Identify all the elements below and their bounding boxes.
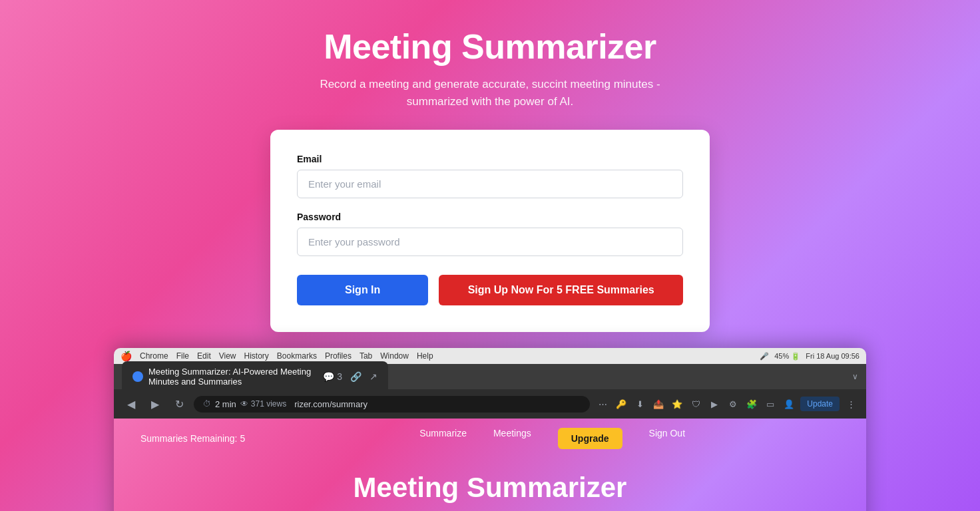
address-bar-row: ◀ ▶ ↻ ⏱ 2 min 👁 371 views rizer.com/summ… bbox=[114, 389, 866, 419]
mic-status: 🎤 bbox=[760, 352, 769, 361]
address-url: rizer.com/summary bbox=[294, 399, 368, 409]
apple-icon: 🍎 bbox=[121, 351, 132, 361]
update-button[interactable]: Update bbox=[800, 397, 840, 411]
copy-link-button[interactable]: 🔗 bbox=[350, 371, 362, 382]
datetime: Fri 18 Aug 09:56 bbox=[806, 352, 859, 360]
download-icon: ⬇ bbox=[632, 397, 647, 411]
comments-button[interactable]: 💬 3 bbox=[323, 371, 342, 382]
menu-edit[interactable]: Edit bbox=[197, 351, 211, 361]
email-group: Email bbox=[297, 154, 683, 198]
inner-content: Meeting Summarizer Record a meeting and … bbox=[114, 458, 866, 511]
toolbar-actions: ⋯ 🔑 ⬇ 📤 ⭐ 🛡 ▶ ⚙ 🧩 ▭ 👤 Update ⋮ bbox=[595, 397, 858, 411]
youtube-icon: ▶ bbox=[707, 397, 722, 411]
clock-icon: ⏱ bbox=[203, 399, 211, 409]
refresh-button[interactable]: ↻ bbox=[170, 395, 188, 413]
adblock-icon: 🛡 bbox=[688, 397, 703, 411]
signup-button[interactable]: Sign Up Now For 5 FREE Summaries bbox=[439, 275, 683, 305]
page-subtitle: Record a meeting and generate accurate, … bbox=[284, 76, 696, 110]
menu-window[interactable]: Window bbox=[380, 351, 409, 361]
menu-help[interactable]: Help bbox=[417, 351, 433, 361]
tab-title: Meeting Summarizer: AI-Powered Meeting M… bbox=[148, 367, 318, 387]
view-count: 👁 371 views bbox=[240, 399, 286, 409]
summaries-remaining: Summaries Remaining: 5 bbox=[140, 433, 245, 444]
battery-status: 45% 🔋 bbox=[774, 352, 800, 361]
page-title: Meeting Summarizer bbox=[13, 27, 967, 67]
tab-actions: 💬 3 🔗 ↗ bbox=[323, 371, 377, 382]
avatar-icon: 👤 bbox=[782, 397, 796, 411]
address-bar[interactable]: ⏱ 2 min 👁 371 views rizer.com/summary bbox=[194, 396, 590, 413]
inner-nav-links: Summarize Meetings Upgrade Sign Out bbox=[419, 428, 685, 449]
active-tab[interactable]: Meeting Summarizer: AI-Powered Meeting M… bbox=[122, 361, 388, 392]
extensions-icon: ⋯ bbox=[595, 397, 610, 411]
browser-window: 🍎 Chrome File Edit View History Bookmark… bbox=[114, 348, 866, 511]
menu-right: 🎤 45% 🔋 Fri 18 Aug 09:56 bbox=[760, 352, 859, 361]
menu-history[interactable]: History bbox=[244, 351, 269, 361]
meetings-link[interactable]: Meetings bbox=[493, 428, 531, 449]
puzzle-icon: 🧩 bbox=[744, 397, 759, 411]
email-input[interactable] bbox=[297, 170, 683, 198]
password-group: Password bbox=[297, 212, 683, 256]
chrome-menu-icon: ⋮ bbox=[844, 397, 858, 411]
summarize-link[interactable]: Summarize bbox=[419, 428, 467, 449]
key-icon: 🔑 bbox=[614, 397, 628, 411]
menu-file[interactable]: File bbox=[176, 351, 189, 361]
menu-profiles[interactable]: Profiles bbox=[325, 351, 352, 361]
password-input[interactable] bbox=[297, 228, 683, 256]
sidebar-icon: ▭ bbox=[763, 397, 778, 411]
signout-link[interactable]: Sign Out bbox=[649, 428, 685, 449]
signin-button[interactable]: Sign In bbox=[297, 275, 428, 305]
bookmark-star-icon: ⭐ bbox=[670, 397, 684, 411]
password-label: Password bbox=[297, 212, 683, 222]
forward-button[interactable]: ▶ bbox=[146, 395, 164, 413]
inner-nav: Summaries Remaining: 5 Summarize Meeting… bbox=[114, 419, 866, 458]
settings-icon: ⚙ bbox=[726, 397, 740, 411]
upgrade-button[interactable]: Upgrade bbox=[558, 428, 622, 449]
login-card: Email Password Sign In Sign Up Now For 5… bbox=[270, 130, 710, 332]
share-icon: 📤 bbox=[651, 397, 666, 411]
tab-favicon bbox=[132, 371, 143, 382]
menu-view[interactable]: View bbox=[219, 351, 236, 361]
button-row: Sign In Sign Up Now For 5 FREE Summaries bbox=[297, 275, 683, 305]
read-time: 2 min bbox=[215, 399, 236, 409]
inner-title: Meeting Summarizer bbox=[140, 472, 840, 504]
email-label: Email bbox=[297, 154, 683, 164]
menu-tab[interactable]: Tab bbox=[360, 351, 372, 361]
inner-page: Summaries Remaining: 5 Summarize Meeting… bbox=[114, 419, 866, 511]
menu-chrome[interactable]: Chrome bbox=[140, 351, 168, 361]
tab-chevron: ∨ bbox=[852, 372, 858, 381]
tab-bar: Meeting Summarizer: AI-Powered Meeting M… bbox=[114, 364, 866, 389]
back-button[interactable]: ◀ bbox=[122, 395, 140, 413]
open-external-button[interactable]: ↗ bbox=[369, 371, 377, 382]
hero-section: Meeting Summarizer Record a meeting and … bbox=[0, 0, 980, 130]
menu-bookmarks[interactable]: Bookmarks bbox=[277, 351, 317, 361]
